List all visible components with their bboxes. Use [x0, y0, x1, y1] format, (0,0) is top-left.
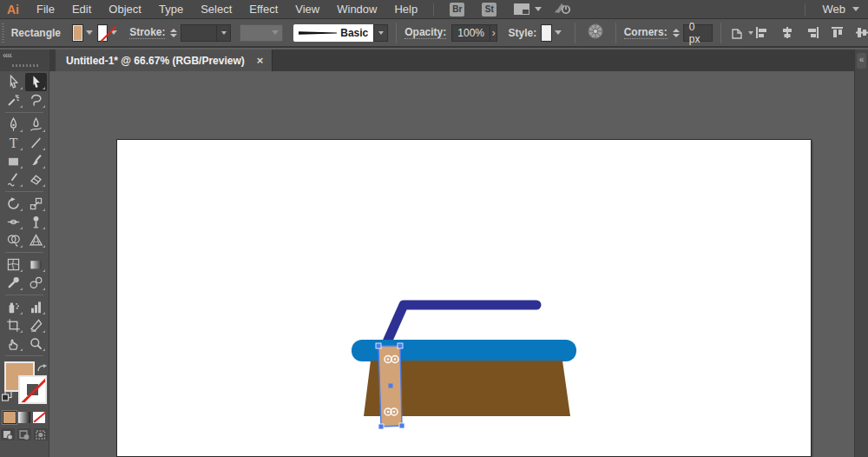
width-tool[interactable] [3, 213, 24, 231]
live-corner-widget-dot [387, 411, 389, 413]
toolbar-grip[interactable] [12, 64, 38, 67]
rectangle-tool[interactable] [3, 152, 24, 170]
default-fill-stroke-icon[interactable] [2, 389, 12, 405]
expand-panels-icon[interactable]: « [857, 53, 866, 69]
selection-anchor-point[interactable] [378, 424, 384, 429]
swap-fill-stroke-icon[interactable] [36, 362, 48, 378]
workspace-chevron-icon[interactable] [852, 7, 859, 11]
line-segment-tool[interactable] [25, 134, 47, 152]
menu-edit[interactable]: Edit [63, 0, 100, 19]
slice-tool[interactable] [25, 316, 47, 334]
corners-input[interactable]: 0 px [683, 24, 713, 42]
perspective-grid-tool[interactable] [25, 231, 47, 249]
control-bar: Rectangle Stroke: Basic Opacity: 100% › … [0, 19, 868, 48]
collapse-panels-icon[interactable]: «« [3, 50, 11, 60]
tab-bar: «« Untitled-1* @ 66.67% (RGB/Preview) × [0, 50, 868, 71]
brushes-button[interactable]: Br [450, 3, 464, 17]
hand-tool[interactable] [3, 334, 24, 353]
selection-tool[interactable] [3, 73, 24, 91]
artboard-tool[interactable] [3, 316, 24, 334]
menu-window[interactable]: Window [328, 0, 385, 19]
recolor-artwork-icon[interactable] [587, 23, 604, 43]
horizontal-align-center-icon[interactable] [780, 26, 794, 39]
graphic-styles-button[interactable]: St [482, 3, 496, 17]
scale-tool[interactable] [25, 195, 47, 213]
gradient-button[interactable] [18, 412, 30, 423]
menu-select[interactable]: Select [192, 0, 240, 19]
horizontal-align-right-icon[interactable] [806, 26, 819, 39]
stroke-weight-dropdown[interactable] [181, 24, 231, 42]
type-tool[interactable]: T [3, 134, 24, 152]
corners-stepper[interactable] [673, 29, 680, 37]
menu-type[interactable]: Type [150, 0, 192, 19]
toolbar-divider [5, 252, 43, 253]
none-button[interactable] [33, 412, 45, 423]
toolbar-dock-header: «« [0, 50, 49, 71]
eraser-tool[interactable] [25, 170, 47, 189]
arrange-documents-chevron-icon[interactable] [535, 7, 542, 11]
blend-tool[interactable] [25, 274, 47, 292]
vertical-align-top-icon[interactable] [831, 26, 845, 39]
magic-wand-tool[interactable] [3, 91, 24, 109]
workspace-switcher[interactable]: Web [812, 3, 853, 16]
tab-close-icon[interactable]: × [257, 54, 264, 67]
selection-anchor-point[interactable] [398, 343, 403, 348]
color-button[interactable] [3, 412, 16, 423]
color-type-buttons [0, 412, 49, 423]
opacity-input[interactable]: 100% [451, 24, 490, 42]
gradient-tool[interactable] [25, 255, 47, 274]
zoom-tool[interactable] [25, 334, 47, 353]
vertical-align-center-icon[interactable] [856, 26, 868, 39]
illustrator-window: Ai FileEditObjectTypeSelectEffectViewWin… [0, 0, 868, 457]
shaper-tool[interactable] [3, 170, 24, 189]
menu-help[interactable]: Help [385, 0, 426, 19]
eyedropper-tool[interactable] [3, 274, 24, 292]
toolbar-divider [5, 191, 43, 192]
menu-effect[interactable]: Effect [240, 0, 286, 19]
draw-normal-icon[interactable] [1, 428, 15, 440]
right-panel-dock[interactable]: « [854, 50, 868, 457]
draw-inside-icon[interactable] [34, 428, 48, 440]
brush-handle-shape[interactable] [385, 305, 536, 346]
opacity-more-button[interactable]: › [490, 24, 497, 42]
rotate-tool[interactable] [3, 195, 24, 213]
symbol-sprayer-tool[interactable] [3, 298, 24, 316]
selection-anchor-point[interactable] [376, 343, 381, 348]
menu-object[interactable]: Object [100, 0, 150, 19]
opacity-link[interactable]: Opacity: [404, 26, 446, 39]
corners-link[interactable]: Corners: [624, 26, 667, 39]
canvas[interactable] [49, 71, 854, 457]
stroke-color-swatch[interactable] [98, 25, 108, 41]
control-bar-grip[interactable] [2, 23, 4, 43]
puppet-warp-tool[interactable] [25, 213, 47, 231]
draw-behind-icon[interactable] [17, 428, 31, 440]
menu-view[interactable]: View [286, 0, 328, 19]
fill-color-swatch[interactable] [73, 25, 82, 41]
brush-stroke-preview-icon [299, 30, 337, 36]
fill-chevron-icon[interactable] [86, 30, 93, 35]
toolbar-divider [5, 355, 43, 356]
horizontal-align-left-icon[interactable] [755, 26, 769, 39]
document-tab[interactable]: Untitled-1* @ 66.67% (RGB/Preview) × [56, 50, 273, 71]
selection-center-point[interactable] [389, 384, 393, 388]
style-swatch[interactable] [542, 25, 551, 41]
selection-anchor-point[interactable] [399, 423, 404, 428]
menu-bar: Ai FileEditObjectTypeSelectEffectViewWin… [0, 0, 868, 19]
lasso-tool[interactable] [25, 91, 47, 109]
style-chevron-icon[interactable] [555, 30, 562, 35]
align-to-selection-icon[interactable] [729, 25, 753, 41]
direct-selection-tool[interactable] [25, 73, 47, 91]
paintbrush-tool[interactable] [25, 152, 47, 170]
gpu-performance-icon[interactable] [554, 1, 571, 18]
brush-definition-dropdown[interactable]: Basic [293, 24, 388, 42]
shape-builder-tool[interactable] [3, 231, 24, 249]
mesh-tool[interactable] [3, 255, 24, 274]
stroke-weight-link[interactable]: Stroke: [129, 26, 165, 39]
curvature-tool[interactable] [25, 116, 47, 134]
column-graph-tool[interactable] [25, 298, 47, 316]
pen-tool[interactable] [3, 116, 24, 134]
menu-file[interactable]: File [28, 0, 63, 19]
stroke-weight-stepper[interactable] [170, 29, 177, 37]
stroke-proxy-swatch[interactable] [18, 375, 47, 404]
arrange-documents-icon[interactable] [514, 3, 529, 15]
